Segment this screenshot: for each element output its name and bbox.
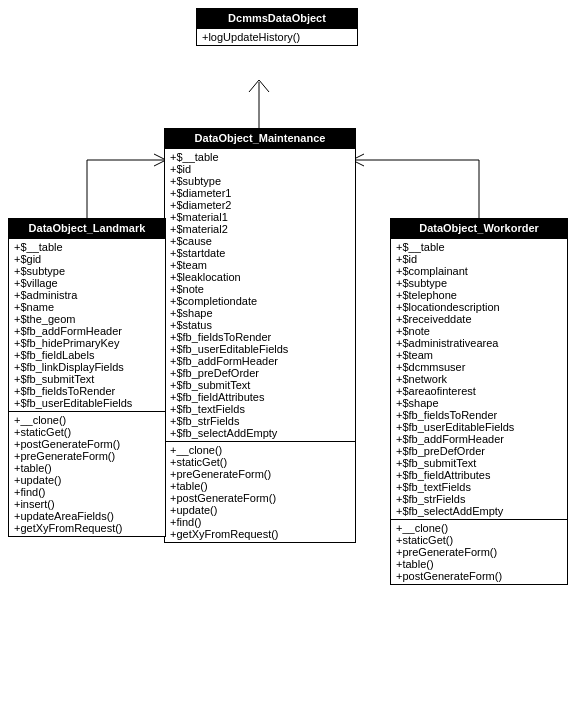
data-object-landmark-attrs: +$__table +$gid +$subtype +$village +$ad… <box>9 238 165 411</box>
attr-m-20: +$fb_submitText <box>170 379 350 391</box>
attr-m-9: +$startdate <box>170 247 350 259</box>
attr-m-19: +$fb_preDefOrder <box>170 367 350 379</box>
method-l-8: +insert() <box>14 498 160 510</box>
attr-w-13: +$areaofinterest <box>396 385 562 397</box>
attr-w-2: +$id <box>396 253 562 265</box>
data-object-landmark-class: DataObject_Landmark +$__table +$gid +$su… <box>8 218 166 537</box>
attr-m-12: +$note <box>170 283 350 295</box>
attr-l-13: +$fb_fieldsToRender <box>14 385 160 397</box>
attr-l-6: +$name <box>14 301 160 313</box>
attr-m-2: +$id <box>170 163 350 175</box>
attr-m-10: +$team <box>170 259 350 271</box>
attr-m-17: +$fb_userEditableFields <box>170 343 350 355</box>
data-object-maintenance-attrs: +$__table +$id +$subtype +$diameter1 +$d… <box>165 148 355 441</box>
attr-m-11: +$leaklocation <box>170 271 350 283</box>
attr-l-11: +$fb_linkDisplayFields <box>14 361 160 373</box>
attr-l-8: +$fb_addFormHeader <box>14 325 160 337</box>
method-m-8: +getXyFromRequest() <box>170 528 350 540</box>
dcmms-data-object-class: DcmmsDataObject +logUpdateHistory() <box>196 8 358 46</box>
method-w-1: +__clone() <box>396 522 562 534</box>
dcmms-data-object-methods: +logUpdateHistory() <box>197 28 357 45</box>
attr-m-22: +$fb_textFields <box>170 403 350 415</box>
attr-m-7: +$material2 <box>170 223 350 235</box>
attr-m-6: +$material1 <box>170 211 350 223</box>
attr-m-16: +$fb_fieldsToRender <box>170 331 350 343</box>
attr-w-5: +$telephone <box>396 289 562 301</box>
attr-w-17: +$fb_addFormHeader <box>396 433 562 445</box>
attr-m-4: +$diameter1 <box>170 187 350 199</box>
attr-m-24: +$fb_selectAddEmpty <box>170 427 350 439</box>
attr-l-12: +$fb_submitText <box>14 373 160 385</box>
method-l-6: +update() <box>14 474 160 486</box>
method-l-9: +updateAreaFields() <box>14 510 160 522</box>
attr-m-13: +$completiondate <box>170 295 350 307</box>
data-object-maintenance-class: DataObject_Maintenance +$__table +$id +$… <box>164 128 356 543</box>
method-l-4: +preGenerateForm() <box>14 450 160 462</box>
method-l-2: +staticGet() <box>14 426 160 438</box>
attr-l-9: +$fb_hidePrimaryKey <box>14 337 160 349</box>
attr-w-4: +$subtype <box>396 277 562 289</box>
method-m-1: +__clone() <box>170 444 350 456</box>
attr-w-14: +$shape <box>396 397 562 409</box>
attr-w-19: +$fb_submitText <box>396 457 562 469</box>
attr-m-8: +$cause <box>170 235 350 247</box>
attr-l-2: +$gid <box>14 253 160 265</box>
data-object-maintenance-header: DataObject_Maintenance <box>165 129 355 148</box>
method-m-4: +table() <box>170 480 350 492</box>
data-object-workorder-attrs: +$__table +$id +$complainant +$subtype +… <box>391 238 567 519</box>
dcmms-data-object-header: DcmmsDataObject <box>197 9 357 28</box>
attr-w-3: +$complainant <box>396 265 562 277</box>
attr-w-22: +$fb_strFields <box>396 493 562 505</box>
attr-w-6: +$locationdescription <box>396 301 562 313</box>
attr-m-1: +$__table <box>170 151 350 163</box>
attr-l-10: +$fb_fieldLabels <box>14 349 160 361</box>
attr-m-14: +$shape <box>170 307 350 319</box>
method-m-7: +find() <box>170 516 350 528</box>
method-l-5: +table() <box>14 462 160 474</box>
diagram-container: DcmmsDataObject +logUpdateHistory() Data… <box>0 0 578 703</box>
attr-m-18: +$fb_addFormHeader <box>170 355 350 367</box>
attr-w-18: +$fb_preDefOrder <box>396 445 562 457</box>
attr-w-11: +$dcmmsuser <box>396 361 562 373</box>
attr-m-3: +$subtype <box>170 175 350 187</box>
method-m-6: +update() <box>170 504 350 516</box>
method-logUpdateHistory: +logUpdateHistory() <box>202 31 352 43</box>
attr-l-5: +$administra <box>14 289 160 301</box>
method-l-3: +postGenerateForm() <box>14 438 160 450</box>
attr-m-5: +$diameter2 <box>170 199 350 211</box>
method-l-1: +__clone() <box>14 414 160 426</box>
attr-w-16: +$fb_userEditableFields <box>396 421 562 433</box>
attr-m-15: +$status <box>170 319 350 331</box>
data-object-workorder-methods: +__clone() +staticGet() +preGenerateForm… <box>391 519 567 584</box>
method-m-3: +preGenerateForm() <box>170 468 350 480</box>
attr-w-8: +$note <box>396 325 562 337</box>
attr-w-10: +$team <box>396 349 562 361</box>
method-w-3: +preGenerateForm() <box>396 546 562 558</box>
data-object-maintenance-methods: +__clone() +staticGet() +preGenerateForm… <box>165 441 355 542</box>
attr-w-15: +$fb_fieldsToRender <box>396 409 562 421</box>
data-object-workorder-class: DataObject_Workorder +$__table +$id +$co… <box>390 218 568 585</box>
data-object-landmark-header: DataObject_Landmark <box>9 219 165 238</box>
attr-l-3: +$subtype <box>14 265 160 277</box>
attr-l-1: +$__table <box>14 241 160 253</box>
attr-l-4: +$village <box>14 277 160 289</box>
method-l-10: +getXyFromRequest() <box>14 522 160 534</box>
attr-l-14: +$fb_userEditableFields <box>14 397 160 409</box>
attr-l-7: +$the_geom <box>14 313 160 325</box>
attr-w-23: +$fb_selectAddEmpty <box>396 505 562 517</box>
attr-w-1: +$__table <box>396 241 562 253</box>
method-m-2: +staticGet() <box>170 456 350 468</box>
attr-w-9: +$administrativearea <box>396 337 562 349</box>
method-w-2: +staticGet() <box>396 534 562 546</box>
attr-w-7: +$receiveddate <box>396 313 562 325</box>
attr-w-20: +$fb_fieldAttributes <box>396 469 562 481</box>
method-w-5: +postGenerateForm() <box>396 570 562 582</box>
data-object-landmark-methods: +__clone() +staticGet() +postGenerateFor… <box>9 411 165 536</box>
attr-m-23: +$fb_strFields <box>170 415 350 427</box>
method-m-5: +postGenerateForm() <box>170 492 350 504</box>
attr-w-12: +$network <box>396 373 562 385</box>
attr-w-21: +$fb_textFields <box>396 481 562 493</box>
method-l-7: +find() <box>14 486 160 498</box>
data-object-workorder-header: DataObject_Workorder <box>391 219 567 238</box>
method-w-4: +table() <box>396 558 562 570</box>
